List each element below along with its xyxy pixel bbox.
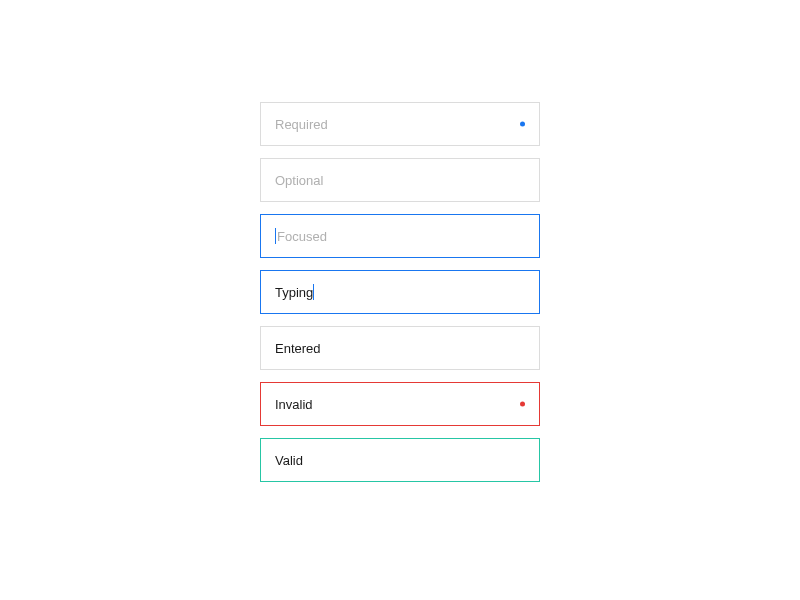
input-invalid-value: Invalid [275, 397, 313, 412]
input-typing-value: Typing [275, 285, 313, 300]
input-entered-value: Entered [275, 341, 321, 356]
input-typing[interactable]: Typing [260, 270, 540, 314]
input-focused-placeholder: Focused [277, 229, 327, 244]
required-indicator-icon [520, 122, 525, 127]
text-cursor-icon [275, 228, 276, 244]
text-cursor-icon [313, 284, 314, 300]
input-valid-value: Valid [275, 453, 303, 468]
input-required-placeholder: Required [275, 117, 328, 132]
input-required[interactable]: Required [260, 102, 540, 146]
input-invalid[interactable]: Invalid [260, 382, 540, 426]
form-states-container: Required Optional Focused Typing Entered… [260, 102, 540, 482]
error-indicator-icon [520, 402, 525, 407]
input-optional-placeholder: Optional [275, 173, 323, 188]
input-valid[interactable]: Valid [260, 438, 540, 482]
input-optional[interactable]: Optional [260, 158, 540, 202]
input-focused[interactable]: Focused [260, 214, 540, 258]
input-entered[interactable]: Entered [260, 326, 540, 370]
